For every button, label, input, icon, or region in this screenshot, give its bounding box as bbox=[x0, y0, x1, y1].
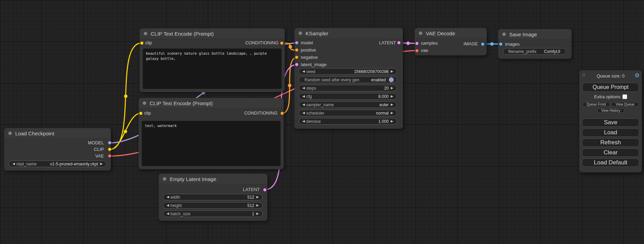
sampler-name-widget[interactable]: ◀ sampler_name euler ▶ bbox=[299, 101, 397, 108]
decrement-arrow-icon[interactable]: ◀ bbox=[301, 102, 306, 108]
collapse-dot-icon[interactable] bbox=[502, 33, 506, 36]
widget-value: euler bbox=[379, 102, 389, 107]
samples-input-port[interactable] bbox=[415, 42, 418, 45]
widget-label: seed bbox=[306, 69, 315, 74]
filename-prefix-widget[interactable]: filename_prefix ComfyUI bbox=[503, 48, 566, 55]
decrement-arrow-icon[interactable]: ◀ bbox=[301, 85, 306, 91]
batch-size-widget[interactable]: ◀ batch_size 1 ▶ bbox=[163, 210, 263, 217]
output-label-clip: CLIP bbox=[94, 147, 104, 152]
increment-arrow-icon[interactable]: ▶ bbox=[255, 202, 260, 208]
node-titlebar[interactable]: Save Image bbox=[498, 29, 572, 40]
steps-widget[interactable]: ◀ steps 20 ▶ bbox=[299, 85, 397, 91]
refresh-button[interactable]: Refresh bbox=[582, 138, 639, 147]
output-label-image: IMAGE bbox=[464, 41, 478, 46]
negative-prompt-textarea[interactable]: text, watermark bbox=[142, 121, 281, 166]
model-output-port[interactable] bbox=[108, 141, 111, 144]
increment-arrow-icon[interactable]: ▶ bbox=[255, 211, 260, 217]
increment-arrow-icon[interactable]: ▶ bbox=[389, 93, 395, 99]
decrement-arrow-icon[interactable]: ◀ bbox=[301, 69, 306, 74]
latent-image-input-port[interactable] bbox=[295, 63, 298, 66]
link-midpoint-dot bbox=[490, 42, 494, 46]
link-midpoint-dot bbox=[124, 130, 127, 133]
node-vae-decode[interactable]: VAE Decode samples vae IMAGE bbox=[415, 28, 487, 55]
clip-input-port[interactable] bbox=[140, 42, 143, 45]
decrement-arrow-icon[interactable]: ◀ bbox=[301, 93, 306, 99]
node-titlebar[interactable]: Load Checkpoint bbox=[4, 128, 111, 139]
input-label-latent-image: latent_image bbox=[301, 62, 326, 67]
increment-arrow-icon[interactable]: ▶ bbox=[255, 194, 260, 200]
model-input-port[interactable] bbox=[295, 41, 298, 44]
decrement-arrow-icon[interactable]: ◀ bbox=[165, 211, 170, 217]
images-input-port[interactable] bbox=[499, 43, 502, 46]
ckpt-name-widget[interactable]: ◀ ckpt_name v1-5-pruned-emaonly.ckpt ▶ bbox=[9, 161, 106, 167]
random-seed-toggle-widget[interactable]: Random seed after every gen enabled bbox=[299, 76, 397, 83]
increment-arrow-icon[interactable]: ▶ bbox=[389, 118, 395, 124]
node-titlebar[interactable]: VAE Decode bbox=[415, 28, 487, 39]
node-ksampler[interactable]: KSampler model positive negative latent_… bbox=[294, 28, 403, 129]
extra-options-checkbox[interactable] bbox=[623, 94, 627, 99]
node-titlebar[interactable]: CLIP Text Encode (Prompt) bbox=[140, 28, 285, 39]
denoise-widget[interactable]: ◀ denoise 1.000 ▶ bbox=[299, 118, 397, 125]
increment-arrow-icon[interactable]: ▶ bbox=[389, 110, 395, 116]
scheduler-widget[interactable]: ◀ scheduler normal ▶ bbox=[299, 110, 397, 116]
negative-input-port[interactable] bbox=[295, 56, 298, 59]
save-button[interactable]: Save bbox=[582, 118, 639, 127]
positive-input-port[interactable] bbox=[295, 48, 298, 52]
node-titlebar[interactable]: KSampler bbox=[294, 28, 403, 39]
collapse-dot-icon[interactable] bbox=[419, 31, 422, 35]
load-button[interactable]: Load bbox=[582, 128, 639, 137]
node-save-image[interactable]: Save Image images filename_prefix ComfyU… bbox=[498, 29, 572, 59]
decrement-arrow-icon[interactable]: ◀ bbox=[301, 118, 306, 124]
latent-output-port[interactable] bbox=[263, 188, 266, 191]
node-graph-canvas[interactable]: Load Checkpoint MODEL CLIP VAE ◀ ckpt_na… bbox=[0, 0, 644, 244]
clear-button[interactable]: Clear bbox=[582, 148, 639, 157]
queue-size-label: Queue size: 0 bbox=[579, 73, 642, 79]
queue-menu-panel[interactable]: ⠿ Queue size: 0 ⚙ Queue Prompt Extra opt… bbox=[579, 70, 642, 172]
increment-arrow-icon[interactable]: ▶ bbox=[389, 85, 395, 91]
node-title: Empty Latent Image bbox=[170, 176, 216, 182]
toggle-enabled-icon[interactable] bbox=[389, 77, 394, 82]
increment-arrow-icon[interactable]: ▶ bbox=[389, 69, 395, 74]
view-queue-button[interactable]: View Queue bbox=[611, 102, 639, 107]
queue-prompt-button[interactable]: Queue Prompt bbox=[582, 83, 639, 92]
decrement-arrow-icon[interactable]: ◀ bbox=[301, 110, 306, 116]
vae-output-port[interactable] bbox=[108, 154, 111, 157]
node-clip-text-encode-positive[interactable]: CLIP Text Encode (Prompt) clip CONDITION… bbox=[140, 28, 285, 92]
decrement-arrow-icon[interactable]: ◀ bbox=[165, 194, 170, 200]
output-label-latent: LATENT bbox=[243, 187, 260, 192]
queue-front-button[interactable]: Queue Front bbox=[582, 102, 610, 107]
clip-input-port[interactable] bbox=[139, 112, 142, 115]
collapse-dot-icon[interactable] bbox=[143, 101, 146, 105]
width-widget[interactable]: ◀ width 512 ▶ bbox=[163, 194, 263, 200]
node-title: Save Image bbox=[509, 31, 537, 37]
image-output-port[interactable] bbox=[481, 43, 484, 46]
settings-gear-icon[interactable]: ⚙ bbox=[635, 72, 639, 79]
increment-arrow-icon[interactable]: ▶ bbox=[99, 161, 104, 167]
link-midpoint-dot bbox=[288, 84, 291, 87]
collapse-dot-icon[interactable] bbox=[8, 132, 12, 135]
clip-output-port[interactable] bbox=[108, 148, 111, 151]
decrement-arrow-icon[interactable]: ◀ bbox=[165, 202, 170, 208]
extra-options-label: Extra options bbox=[594, 94, 620, 99]
collapse-dot-icon[interactable] bbox=[144, 32, 147, 35]
vae-input-port[interactable] bbox=[415, 49, 418, 52]
node-clip-text-encode-negative[interactable]: CLIP Text Encode (Prompt) clip CONDITION… bbox=[139, 98, 284, 169]
height-widget[interactable]: ◀ height 512 ▶ bbox=[163, 202, 263, 209]
node-titlebar[interactable]: Empty Latent Image bbox=[159, 174, 267, 184]
view-history-button[interactable]: View History bbox=[597, 108, 624, 113]
load-default-button[interactable]: Load Default bbox=[582, 159, 639, 167]
conditioning-output-port[interactable] bbox=[281, 112, 284, 115]
conditioning-output-port[interactable] bbox=[280, 42, 283, 45]
seed-widget[interactable]: ◀ seed 156680208700286 ▶ bbox=[299, 68, 397, 75]
cfg-widget[interactable]: ◀ cfg 8.000 ▶ bbox=[299, 93, 397, 100]
node-title: KSampler bbox=[306, 30, 328, 36]
decrement-arrow-icon[interactable]: ◀ bbox=[11, 161, 16, 167]
increment-arrow-icon[interactable]: ▶ bbox=[389, 102, 395, 108]
collapse-dot-icon[interactable] bbox=[163, 177, 166, 181]
node-load-checkpoint[interactable]: Load Checkpoint MODEL CLIP VAE ◀ ckpt_na… bbox=[4, 128, 111, 171]
node-titlebar[interactable]: CLIP Text Encode (Prompt) bbox=[139, 98, 284, 109]
collapse-dot-icon[interactable] bbox=[299, 31, 302, 35]
positive-prompt-textarea[interactable]: beautiful scenery nature glass bottle la… bbox=[143, 48, 282, 89]
latent-output-port[interactable] bbox=[397, 41, 400, 44]
node-empty-latent-image[interactable]: Empty Latent Image LATENT ◀ width 512 ▶ … bbox=[159, 174, 267, 221]
